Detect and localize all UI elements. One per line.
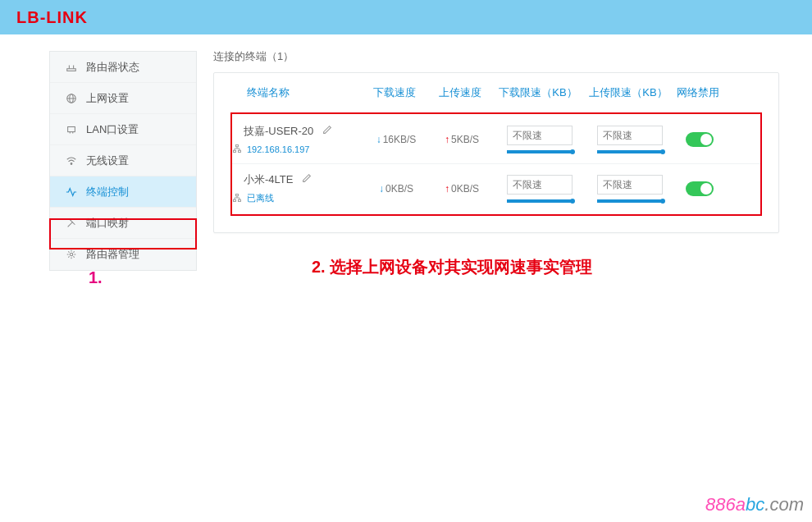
device-panel: 终端名称 下载速度 上传速度 下载限速（KB） 上传限速（KB） 网络禁用 技嘉… <box>213 72 779 233</box>
upload-limit-slider[interactable] <box>597 199 663 203</box>
svg-rect-14 <box>234 150 236 152</box>
wifi-icon <box>65 154 78 167</box>
router-icon <box>65 61 78 74</box>
svg-rect-6 <box>68 126 75 131</box>
watermark-part-a: 886a <box>705 494 746 515</box>
sidebar-item-terminal-control[interactable]: 终端控制 <box>50 176 196 208</box>
globe-icon <box>65 92 78 105</box>
content-area: 连接的终端（1） 终端名称 下载速度 上传速度 下载限速（KB） 上传限速（KB… <box>213 49 779 233</box>
svg-point-12 <box>70 253 73 256</box>
device-top: 小米-4LTE <box>232 172 363 187</box>
table-header: 终端名称 下载速度 上传速度 下载限速（KB） 上传限速（KB） 网络禁用 <box>230 73 762 112</box>
download-speed: 16KB/S <box>383 134 417 145</box>
watermark-part-c: .com <box>764 494 804 515</box>
col-header-ulimit: 上传限速（KB） <box>583 85 673 100</box>
device-subline: 192.168.16.197 <box>232 144 363 155</box>
svg-rect-20 <box>236 194 239 195</box>
download-limit-input[interactable] <box>507 175 573 195</box>
upload-limit-input[interactable] <box>597 126 663 145</box>
sidebar-item-label: 端口映射 <box>86 216 129 231</box>
device-top: 技嘉-USER-20 <box>232 124 363 139</box>
arrow-up-icon: ↑ <box>445 134 449 145</box>
sidebar-item-label: 无线设置 <box>86 153 129 168</box>
sidebar-item-router-status[interactable]: 路由器状态 <box>50 52 196 83</box>
lan-icon <box>65 123 78 136</box>
arrow-down-icon: ↓ <box>376 134 381 145</box>
upload-limit-input[interactable] <box>597 175 663 195</box>
watermark: 886abc.com <box>705 494 804 515</box>
arrow-down-icon: ↓ <box>379 183 384 195</box>
download-limit-cell <box>495 175 585 203</box>
table-row: 小米-4LTE 已离线 ↓0KB/S ↑0KB/S <box>232 163 760 213</box>
annotation-two: 2. 选择上网设备对其实现网速事实管理 <box>312 256 592 278</box>
device-cell: 小米-4LTE 已离线 <box>232 172 363 204</box>
main-area: 路由器状态 上网设置 LAN口设置 无线设置 终端控制 端口映射 路由器管理 连… <box>0 34 812 522</box>
upload-speed-cell: ↑0KB/S <box>429 183 495 195</box>
network-icon <box>232 144 242 155</box>
download-speed-cell: ↓0KB/S <box>363 183 429 195</box>
download-limit-slider[interactable] <box>507 150 573 153</box>
brand-logo: LB-LINK <box>16 8 88 27</box>
svg-rect-13 <box>236 145 239 147</box>
col-header-block: 网络禁用 <box>673 85 723 100</box>
device-name: 小米-4LTE <box>244 172 293 187</box>
upload-speed: 5KB/S <box>451 134 479 145</box>
toggle-cell <box>675 181 724 196</box>
svg-rect-0 <box>67 68 76 71</box>
sidebar-item-label: 路由器管理 <box>86 247 139 262</box>
gear-icon <box>65 248 78 261</box>
tools-icon <box>65 217 78 230</box>
svg-rect-21 <box>234 199 236 201</box>
download-speed-cell: ↓16KB/S <box>363 134 429 145</box>
device-cell: 技嘉-USER-20 192.168.16.197 <box>232 124 363 155</box>
sidebar-item-lan-settings[interactable]: LAN口设置 <box>50 114 196 145</box>
toggle-cell <box>675 132 724 147</box>
col-header-dlimit: 下载限速（KB） <box>493 85 583 100</box>
device-name: 技嘉-USER-20 <box>244 124 313 139</box>
annotation-rows-highlight: 技嘉-USER-20 192.168.16.197 ↓16KB/S ↑5KB/S <box>230 112 762 216</box>
network-block-toggle[interactable] <box>686 181 714 196</box>
network-icon <box>232 193 242 204</box>
download-limit-slider[interactable] <box>507 199 573 203</box>
section-title: 连接的终端（1） <box>213 49 779 64</box>
sidebar: 路由器状态 上网设置 LAN口设置 无线设置 终端控制 端口映射 路由器管理 <box>49 51 197 271</box>
sidebar-item-port-forward[interactable]: 端口映射 <box>50 208 196 239</box>
device-ip[interactable]: 192.168.16.197 <box>247 144 309 154</box>
table-row: 技嘉-USER-20 192.168.16.197 ↓16KB/S ↑5KB/S <box>232 116 760 163</box>
col-header-name: 终端名称 <box>230 85 362 100</box>
sidebar-item-wireless-settings[interactable]: 无线设置 <box>50 145 196 176</box>
download-speed: 0KB/S <box>385 183 413 195</box>
edit-icon[interactable] <box>322 124 333 139</box>
network-block-toggle[interactable] <box>686 132 714 147</box>
logo-suffix: -LINK <box>40 8 88 26</box>
sidebar-item-internet-settings[interactable]: 上网设置 <box>50 83 196 114</box>
device-status[interactable]: 已离线 <box>247 192 274 204</box>
svg-rect-15 <box>239 150 241 152</box>
sidebar-item-label: 路由器状态 <box>86 60 139 75</box>
arrow-up-icon: ↑ <box>445 183 449 195</box>
svg-line-10 <box>68 222 73 227</box>
sidebar-item-label: 终端控制 <box>86 185 129 199</box>
edit-icon[interactable] <box>301 172 312 187</box>
annotation-one: 1. <box>89 268 103 287</box>
pulse-icon <box>65 185 78 199</box>
download-limit-cell <box>495 126 585 153</box>
svg-point-9 <box>71 163 72 164</box>
upload-limit-cell <box>585 126 675 153</box>
upload-limit-cell <box>585 175 675 203</box>
device-subline: 已离线 <box>232 192 363 204</box>
logo-prefix: LB <box>16 8 40 26</box>
sidebar-item-label: 上网设置 <box>86 91 129 106</box>
upload-speed-cell: ↑5KB/S <box>429 134 495 145</box>
watermark-part-b: bc <box>746 494 764 515</box>
sidebar-item-label: LAN口设置 <box>86 122 139 137</box>
upload-limit-slider[interactable] <box>597 150 663 153</box>
col-header-down: 下载速度 <box>362 85 427 100</box>
download-limit-input[interactable] <box>507 126 573 145</box>
sidebar-item-router-admin[interactable]: 路由器管理 <box>50 239 196 270</box>
header-bar: LB-LINK <box>0 0 812 34</box>
col-header-up: 上传速度 <box>427 85 493 100</box>
svg-rect-22 <box>239 199 241 201</box>
upload-speed: 0KB/S <box>451 183 479 195</box>
